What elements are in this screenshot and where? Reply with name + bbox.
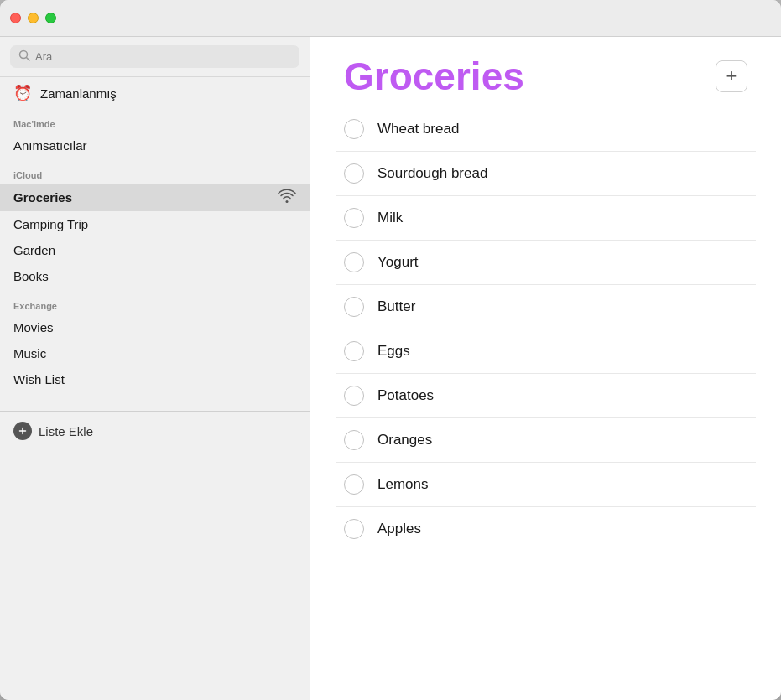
sidebar-section-icloud: iCloud Groceries Camping Trip: [0, 160, 310, 291]
search-bar: [0, 37, 310, 77]
items-list: Wheat breadSourdough breadMilkYogurtButt…: [310, 107, 781, 700]
item-checkbox[interactable]: [344, 430, 364, 450]
item-checkbox[interactable]: [344, 119, 364, 139]
add-list-button[interactable]: Liste Ekle: [0, 411, 310, 450]
groceries-label: Groceries: [13, 190, 72, 205]
movies-label: Movies: [13, 320, 54, 334]
item-text: Lemons: [377, 476, 428, 493]
sidebar-item-movies[interactable]: Movies: [0, 314, 310, 340]
item-checkbox[interactable]: [344, 208, 364, 228]
item-text: Butter: [377, 298, 415, 315]
list-item[interactable]: Apples: [336, 507, 756, 551]
alarm-icon: ⏰: [13, 84, 32, 102]
camping-label: Camping Trip: [13, 217, 88, 231]
search-input-wrapper[interactable]: [10, 45, 299, 68]
list-item[interactable]: Eggs: [336, 329, 756, 374]
wishlist-label: Wish List: [13, 372, 65, 386]
sidebar-item-anımsatıcılar[interactable]: Anımsatıcılar: [0, 132, 310, 158]
add-item-button[interactable]: +: [716, 60, 747, 92]
main-panel: Groceries + Wheat breadSourdough breadMi…: [310, 37, 781, 700]
minimize-button[interactable]: [28, 13, 39, 23]
item-checkbox[interactable]: [344, 519, 364, 539]
sidebar-item-books[interactable]: Books: [0, 263, 310, 289]
item-checkbox[interactable]: [344, 341, 364, 361]
add-list-icon: [13, 422, 32, 440]
svg-line-1: [27, 58, 30, 61]
sidebar-item-scheduled[interactable]: ⏰ Zamanlanmış: [0, 77, 310, 109]
item-text: Apples: [377, 521, 421, 537]
close-button[interactable]: [10, 13, 21, 23]
list-item[interactable]: Lemons: [336, 463, 756, 507]
sidebar-item-garden[interactable]: Garden: [0, 237, 310, 263]
traffic-lights: [10, 13, 56, 23]
maximize-button[interactable]: [45, 13, 56, 23]
list-item[interactable]: Wheat bread: [336, 107, 756, 152]
item-text: Oranges: [377, 432, 432, 449]
section-header-exchange: Exchange: [0, 296, 310, 314]
wifi-icon: [278, 189, 296, 205]
list-item[interactable]: Yogurt: [336, 241, 756, 285]
sidebar-item-wishlist[interactable]: Wish List: [0, 366, 310, 392]
section-header-mac: Mac'imde: [0, 114, 310, 132]
list-item[interactable]: Milk: [336, 196, 756, 241]
item-checkbox[interactable]: [344, 297, 364, 317]
list-item[interactable]: Sourdough bread: [336, 152, 756, 196]
list-item[interactable]: Butter: [336, 285, 756, 329]
sidebar-section-mac: Mac'imde Anımsatıcılar: [0, 109, 310, 160]
books-label: Books: [13, 269, 49, 283]
sidebar-item-camping[interactable]: Camping Trip: [0, 211, 310, 237]
item-text: Wheat bread: [377, 121, 459, 137]
list-item[interactable]: Oranges: [336, 418, 756, 463]
item-checkbox[interactable]: [344, 474, 364, 495]
anımsatıcılar-label: Anımsatıcılar: [13, 138, 87, 153]
item-checkbox[interactable]: [344, 386, 364, 406]
list-title: Groceries: [344, 54, 524, 99]
content-area: ⏰ Zamanlanmış Mac'imde Anımsatıcılar iCl…: [0, 37, 781, 700]
app-window: ⏰ Zamanlanmış Mac'imde Anımsatıcılar iCl…: [0, 0, 781, 700]
item-checkbox[interactable]: [344, 252, 364, 272]
sidebar-item-music[interactable]: Music: [0, 340, 310, 366]
sidebar-item-groceries[interactable]: Groceries: [0, 184, 310, 211]
titlebar: [0, 0, 781, 37]
item-checkbox[interactable]: [344, 163, 364, 184]
music-label: Music: [13, 346, 46, 360]
section-header-icloud: iCloud: [0, 165, 310, 184]
search-icon: [18, 49, 30, 64]
item-text: Eggs: [377, 343, 410, 360]
garden-label: Garden: [13, 243, 55, 257]
add-list-label: Liste Ekle: [39, 424, 93, 438]
item-text: Yogurt: [377, 254, 419, 271]
search-input[interactable]: [35, 50, 291, 63]
list-header: Groceries +: [310, 37, 781, 107]
scheduled-label: Zamanlanmış: [40, 86, 117, 101]
sidebar-section-exchange: Exchange Movies Music Wish List: [0, 291, 310, 394]
item-text: Sourdough bread: [377, 165, 487, 182]
item-text: Milk: [377, 210, 403, 226]
list-item[interactable]: Potatoes: [336, 374, 756, 418]
item-text: Potatoes: [377, 387, 434, 404]
sidebar: ⏰ Zamanlanmış Mac'imde Anımsatıcılar iCl…: [0, 37, 310, 700]
